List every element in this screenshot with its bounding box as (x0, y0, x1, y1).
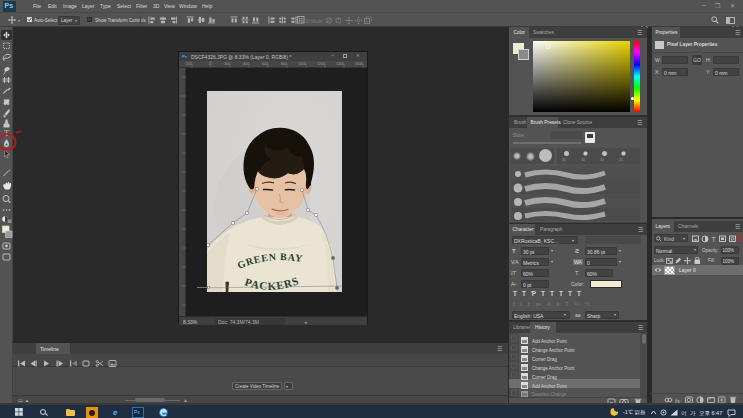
svg-text:Corner Drag: Corner Drag (532, 357, 557, 362)
svg-text:1000: 1000 (298, 62, 306, 66)
svg-text:T: T (4, 128, 10, 138)
svg-text:600: 600 (262, 62, 268, 66)
svg-text:Change Anchor Point: Change Anchor Point (532, 348, 575, 353)
svg-text:1600: 1600 (355, 62, 363, 66)
svg-text:Change Anchor Point: Change Anchor Point (532, 366, 575, 371)
svg-text:0: 0 (209, 62, 211, 66)
svg-text:T: T (712, 235, 717, 242)
svg-text:1400: 1400 (336, 62, 344, 66)
svg-text:1200: 1200 (317, 62, 325, 66)
svg-text:800: 800 (281, 62, 287, 66)
svg-text:Add Anchor Point: Add Anchor Point (532, 339, 568, 344)
svg-text:200: 200 (186, 62, 192, 66)
svg-text:200: 200 (224, 62, 230, 66)
svg-text:Corner Drag: Corner Drag (532, 375, 557, 380)
svg-text:Add Anchor Point: Add Anchor Point (532, 384, 568, 389)
svg-text:400: 400 (243, 62, 249, 66)
